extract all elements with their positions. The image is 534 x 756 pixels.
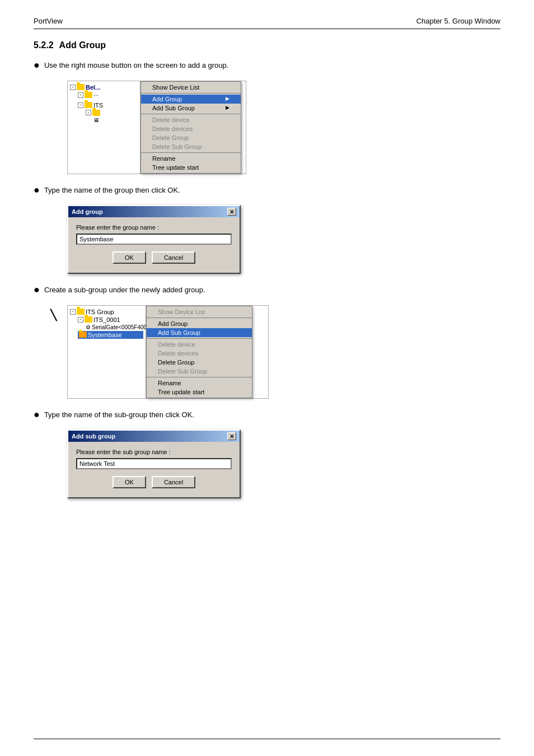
page-header: PortView Chapter 5. Group Window	[34, 17, 500, 29]
bullet-item-3: ● Create a sub-group under the newly add…	[34, 285, 500, 296]
add-sub-group-buttons: OK Cancel	[76, 476, 232, 492]
bullet-text-1: Use the right mouse button on the screen…	[44, 60, 229, 71]
tree-item-sub1: - ···	[78, 91, 138, 99]
menu3-delete-devices: Delete devices	[147, 349, 252, 358]
menu-add-sub-group-1[interactable]: Add Sub Group	[141, 104, 241, 113]
add-sub-group-dialog: Add sub group ✕ Please enter the sub gro…	[67, 430, 241, 498]
bullet-text-4: Type the name of the sub-group then clic…	[44, 410, 194, 420]
context-menu-3: Show Device List Add Group Add Sub Group…	[146, 306, 252, 398]
menu-add-group[interactable]: Add Group	[141, 95, 241, 104]
tree-its-0001: - ITS_0001	[78, 316, 143, 324]
folder-icon-its-sub	[92, 110, 100, 116]
tree-label-its: ITS	[93, 102, 103, 109]
page-footer	[34, 739, 500, 739]
add-sub-group-cancel-btn[interactable]: Cancel	[152, 476, 195, 488]
separator3-1	[147, 318, 252, 318]
folder-systembase	[79, 332, 87, 338]
tree-label-sub1: ···	[93, 92, 99, 99]
folder-icon-its	[85, 102, 92, 108]
expand-its-0001: -	[78, 317, 83, 323]
tree-item-its-device: 🖥	[93, 116, 138, 124]
add-sub-group-ok-btn[interactable]: OK	[113, 476, 146, 488]
menu3-delete-group[interactable]: Delete Group	[147, 358, 252, 367]
add-sub-group-content: Please enter the sub group name : OK Can…	[68, 442, 240, 497]
folder-its-0001	[85, 316, 92, 323]
add-sub-group-label: Please enter the sub group name :	[76, 449, 232, 455]
menu3-tree-update[interactable]: Tree update start	[147, 388, 252, 398]
tree-root-label: Bel...	[86, 84, 100, 91]
add-group-dialog: Add group ✕ Please enter the group name …	[67, 205, 241, 274]
section-title: 5.2.2 Add Group	[34, 40, 500, 50]
screenshot-4: Add sub group ✕ Please enter the sub gro…	[67, 430, 500, 498]
folder-its-group	[77, 309, 85, 315]
separator-2	[141, 114, 241, 114]
context-menu-screenshot-3: - ITS Group - ITS_0001 ⚙ SerialGate<0005…	[67, 305, 269, 399]
menu3-rename[interactable]: Rename	[147, 379, 252, 388]
menu3-delete-sub-group: Delete Sub Group	[147, 367, 252, 376]
bullet-item-1: ● Use the right mouse button on the scre…	[34, 60, 500, 72]
bullet-dot-1: ●	[34, 59, 40, 72]
menu3-add-sub-group[interactable]: Add Sub Group	[147, 328, 252, 337]
tree-item-its-sub: -	[86, 109, 138, 116]
tree-its-group: - ITS Group	[70, 308, 143, 316]
bullet-item-2: ● Type the name of the group then click …	[34, 185, 500, 197]
add-sub-group-title: Add sub group	[72, 433, 115, 440]
separator-3	[141, 152, 241, 153]
menu3-delete-device: Delete device	[147, 340, 252, 349]
tree-its-0001-label: ITS_0001	[93, 316, 120, 323]
section-number: 5.2.2	[34, 40, 54, 50]
menu-show-device-list[interactable]: Show Device List	[141, 82, 241, 92]
tree-item-its: - ITS	[78, 101, 138, 109]
add-group-label: Please enter the group name :	[76, 224, 232, 231]
context-menu-screenshot-1: - Bel... - ··· - ITS -	[67, 81, 246, 174]
add-group-ok-btn[interactable]: OK	[113, 251, 146, 264]
expand-icon-root: -	[70, 85, 76, 90]
serialgate-icon: ⚙	[86, 324, 91, 330]
tree-serialgate: ⚙ SerialGate<0005F400E17B>	[86, 324, 143, 331]
menu-delete-devices: Delete devices	[141, 124, 241, 133]
page: PortView Chapter 5. Group Window 5.2.2 A…	[0, 0, 534, 756]
add-group-title: Add group	[72, 208, 103, 215]
add-sub-group-input[interactable]	[76, 458, 232, 469]
tree-its-group-label: ITS Group	[86, 309, 114, 315]
expand-icon-its: -	[78, 102, 83, 108]
tree-systembase-label: Systembase	[88, 332, 122, 338]
expand-its-group: -	[70, 309, 76, 315]
add-group-buttons: OK Cancel	[76, 251, 232, 267]
bullet-item-4: ● Type the name of the sub-group then cl…	[34, 410, 500, 421]
tree-root-item: - Bel...	[70, 83, 138, 91]
tree-systembase: Systembase	[78, 331, 143, 339]
screenshot-2: Add group ✕ Please enter the group name …	[67, 205, 500, 274]
bullet-dot-4: ●	[34, 409, 40, 421]
header-left: PortView	[34, 17, 63, 25]
expand-icon-its-sub: -	[86, 110, 91, 115]
bullet-text-2: Type the name of the group then click OK…	[44, 185, 180, 195]
separator3-2	[147, 338, 252, 339]
menu-rename-1[interactable]: Rename	[141, 154, 241, 163]
arrow-symbol: ╲	[50, 309, 57, 321]
menu3-show-device: Show Device List	[147, 306, 252, 316]
menu-tree-update-1[interactable]: Tree update start	[141, 163, 241, 173]
folder-icon-root	[77, 84, 85, 90]
add-sub-group-close-btn[interactable]: ✕	[227, 432, 236, 440]
screenshot-1: - Bel... - ··· - ITS -	[67, 81, 500, 174]
bullet-text-3: Create a sub-group under the newly added…	[44, 285, 205, 295]
add-group-cancel-btn[interactable]: Cancel	[152, 251, 195, 264]
folder-icon-sub1	[85, 92, 92, 98]
section-title-text: Add Group	[59, 40, 106, 50]
menu-delete-device: Delete device	[141, 115, 241, 124]
menu3-add-group[interactable]: Add Group	[147, 319, 252, 328]
add-group-close-btn[interactable]: ✕	[227, 208, 236, 216]
device-icon: 🖥	[93, 117, 99, 123]
add-group-titlebar: Add group ✕	[68, 206, 240, 217]
add-sub-group-titlebar: Add sub group ✕	[68, 431, 240, 442]
header-right: Chapter 5. Group Window	[416, 17, 500, 25]
menu-delete-sub-group: Delete Sub Group	[141, 142, 241, 151]
tree-panel-1: - Bel... - ··· - ITS -	[68, 81, 140, 174]
add-group-input[interactable]	[76, 234, 232, 245]
add-group-content: Please enter the group name : OK Cancel	[68, 217, 240, 273]
menu-delete-group: Delete Group	[141, 133, 241, 142]
bullet-dot-3: ●	[34, 284, 40, 296]
screenshot-3: - ITS Group - ITS_0001 ⚙ SerialGate<0005…	[67, 305, 500, 399]
expand-icon-sub1: -	[78, 92, 83, 98]
